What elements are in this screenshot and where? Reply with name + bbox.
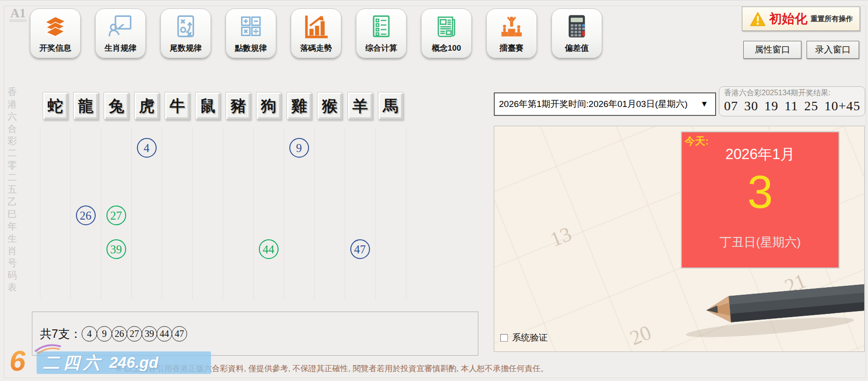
system-verify-row[interactable]: 系统验证 [500, 332, 548, 344]
side-label-char: 乙 [6, 196, 18, 208]
period-dropdown-value: 2026年第1期开奖时间:2026年01月03日(星期六) [495, 98, 694, 110]
toolbar-button-deviation[interactable]: 偏差值 [551, 8, 602, 58]
zodiac-key-goat[interactable]: 羊 [347, 92, 373, 120]
toolbar: 开奖信息生肖规律尾数规律點數規律落碼走勢综合计算概念100擂臺賽偏差值 [0, 8, 680, 60]
zodiac-key-label: 兔 [109, 98, 124, 114]
result-number: 11 [785, 99, 798, 113]
zodiac-key-horse[interactable]: 馬 [378, 92, 403, 120]
newspaper-icon [434, 14, 459, 39]
zodiac-key-ox[interactable]: 牛 [165, 92, 190, 120]
zodiac-key-pig[interactable]: 豬 [226, 92, 251, 120]
warning-triangle-icon [749, 11, 766, 27]
side-label-char: 零 [6, 159, 18, 171]
plotted-number-27: 27 [106, 206, 126, 225]
grid-column-dog [253, 128, 284, 299]
watermark-swoosh-icon [34, 343, 62, 354]
init-button[interactable]: 初始化 重置所有操作 [742, 7, 860, 31]
plotted-number-47: 47 [350, 239, 370, 259]
zodiac-key-dog[interactable]: 狗 [256, 92, 281, 120]
side-label-char: 六 [6, 110, 18, 122]
zodiac-key-tiger[interactable]: 虎 [134, 92, 159, 120]
toolbar-button-comprehensive-calc[interactable]: 综合计算 [356, 8, 407, 58]
side-label-char: 二 [6, 171, 18, 183]
toolbar-separator [0, 0, 868, 0]
summary-label: 共7支： [40, 326, 82, 342]
watermark-bar: 二四六 246.gd [37, 351, 211, 374]
calendar-day: 3 [682, 169, 838, 215]
calendar-photo-panel: 13202122142928 今天: 2026年1月 3 丁丑日(星期六) 系统… [494, 126, 865, 352]
result-number-with-bonus: 10+45 [824, 99, 860, 113]
last-result-box: 香港六合彩2025134期开奖结果: 073019112510+45 [719, 86, 865, 116]
zodiac-key-label: 馬 [383, 98, 399, 114]
zodiac-key-snake[interactable]: 蛇 [43, 92, 68, 120]
zodiac-key-rat[interactable]: 鼠 [195, 92, 220, 120]
side-label-char: 香 [6, 86, 18, 98]
frame-line [866, 6, 866, 378]
checklist-icon [369, 14, 394, 39]
zodiac-key-label: 羊 [353, 98, 368, 114]
side-label-char: 合 [6, 122, 18, 135]
calendar-month: 2026年1月 [682, 145, 838, 164]
zodiac-key-monkey[interactable]: 猴 [317, 92, 342, 120]
toolbar-button-zodiac-rules[interactable]: 生肖规律 [95, 8, 146, 58]
summary-number-9: 9 [97, 326, 112, 342]
frame-line [4, 378, 866, 378]
frame-line [4, 6, 866, 6]
toolbar-button-points-rules[interactable]: 點數規律 [226, 8, 276, 58]
zodiac-key-dragon[interactable]: 龍 [73, 92, 98, 120]
summary-number-27: 27 [127, 326, 142, 342]
summary-numbers: 492627394447 [82, 326, 187, 342]
zodiac-number-grid: 492627394447 [40, 128, 406, 299]
frame-line [4, 6, 4, 377]
grid-column-goat [345, 128, 376, 299]
zodiac-key-rooster[interactable]: 雞 [287, 92, 312, 120]
side-vertical-label: 香港六合彩二零二五乙巳年生肖号码表 [6, 86, 18, 293]
toolbar-button-label: 综合计算 [356, 43, 406, 53]
plotted-number-4: 4 [137, 138, 157, 158]
last-result-numbers: 073019112510+45 [724, 99, 860, 114]
last-result-title: 香港六合彩2025134期开奖结果: [724, 88, 860, 98]
side-label-char: 生 [6, 232, 18, 244]
toolbar-button-arena[interactable]: 擂臺賽 [486, 8, 537, 58]
init-button-sublabel: 重置所有操作 [811, 15, 853, 23]
watermark-domain: 246.gd [109, 354, 159, 372]
properties-window-button[interactable]: 属性窗口 [743, 41, 801, 59]
chevron-down-icon[interactable]: ▼ [694, 99, 715, 109]
toolbar-button-trend[interactable]: 落碼走勢 [291, 8, 341, 58]
plotted-number-44: 44 [259, 239, 279, 259]
toolbar-button-label: 生肖规律 [96, 43, 145, 53]
zodiac-key-label: 鼠 [200, 98, 216, 114]
result-number: 07 [724, 99, 738, 113]
period-dropdown[interactable]: 2026年第1期开奖时间:2026年01月03日(星期六) ▼ [494, 92, 716, 116]
toolbar-button-label: 點數規律 [226, 43, 276, 53]
entry-window-button[interactable]: 录入窗口 [807, 41, 859, 59]
summary-number-26: 26 [112, 326, 127, 342]
plotted-number-26: 26 [76, 206, 96, 225]
result-number: 19 [764, 99, 778, 113]
presenter-icon [108, 14, 133, 39]
app-window: A1 开奖信息生肖规律尾数规律點數規律落碼走勢综合计算概念100擂臺賽偏差值 初… [0, 0, 868, 381]
podium-icon [499, 14, 524, 39]
calendar-day-info: 丁丑日(星期六) [682, 234, 838, 251]
side-label-char: 二 [6, 147, 18, 159]
system-verify-label: 系统验证 [512, 332, 548, 344]
toolbar-button-label: 概念100 [422, 43, 471, 53]
toolbar-button-lottery-info[interactable]: 开奖信息 [30, 8, 81, 58]
strategy-icon [173, 14, 198, 39]
toolbar-button-label: 尾数规律 [161, 43, 211, 53]
grid-column-pig [223, 128, 254, 299]
grid-column-rat [192, 128, 223, 299]
system-verify-checkbox[interactable] [500, 334, 508, 342]
watermark-text: 二四六 [43, 352, 104, 374]
watermark-six: 6 [9, 346, 25, 375]
grid-column-ox [162, 128, 193, 299]
side-label-char: 五 [6, 183, 18, 196]
toolbar-button-concept-100[interactable]: 概念100 [421, 8, 472, 58]
grid-column-horse [375, 128, 407, 299]
side-label-char: 号 [6, 257, 18, 269]
zodiac-key-label: 雞 [292, 98, 307, 114]
zodiac-key-label: 虎 [139, 98, 155, 114]
init-button-label: 初始化 [770, 10, 808, 27]
toolbar-button-tail-rules[interactable]: 尾数规律 [160, 8, 211, 58]
zodiac-key-rabbit[interactable]: 兔 [104, 92, 129, 120]
